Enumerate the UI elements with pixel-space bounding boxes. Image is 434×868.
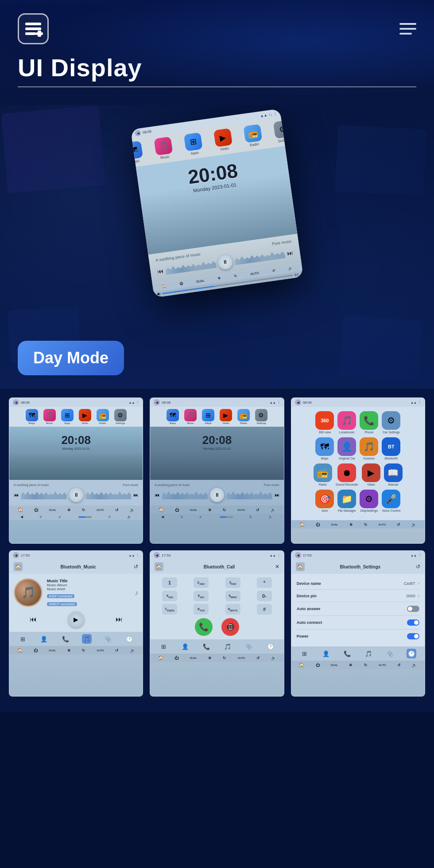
- sc4-next-btn[interactable]: ⏭: [116, 615, 123, 623]
- sc1-nav-music[interactable]: 🎵 Music: [43, 409, 56, 424]
- sc5-auto2[interactable]: AUTO: [238, 657, 245, 659]
- sc3-app-maps[interactable]: 🗺 Maps: [315, 437, 334, 460]
- sc5-sync2[interactable]: ↻: [223, 656, 226, 660]
- sc5-tab-phone[interactable]: 📞: [202, 642, 211, 651]
- hero-play-btn[interactable]: ⏸: [217, 254, 233, 270]
- hero-sync-btn[interactable]: ↻: [234, 274, 237, 278]
- sc3-vol[interactable]: 🔊: [411, 522, 416, 527]
- sc1-auto[interactable]: AUTO: [97, 509, 104, 511]
- sc5-back-btn[interactable]: ◀: [154, 552, 160, 558]
- hero-auto-btn[interactable]: AUTO: [250, 271, 259, 276]
- sc3-app-voicectrl[interactable]: 🎤 Voice Control: [382, 490, 400, 512]
- sc5-key-9[interactable]: 9WXYZ: [225, 604, 240, 615]
- hero-refresh-btn[interactable]: ↺: [272, 269, 275, 273]
- sc6-tab-settings[interactable]: 🕐: [407, 649, 416, 658]
- sc6-tab-phone[interactable]: 📞: [342, 649, 352, 658]
- sc3-app-bluetooth[interactable]: BT Bluetooth: [382, 437, 400, 460]
- sc6-dual2[interactable]: DUAL: [331, 664, 338, 666]
- sc2-next-btn[interactable]: ⏭: [275, 492, 279, 498]
- sc2-vol2[interactable]: 🔊: [268, 515, 273, 519]
- sc3-app-soundrec[interactable]: ⏺ Sound Recorder: [336, 463, 358, 486]
- sc3-dual[interactable]: DUAL: [331, 523, 338, 526]
- sc2-slider[interactable]: [220, 516, 233, 518]
- sc1-vol2[interactable]: 🔊: [127, 515, 132, 519]
- sc2-nav-settings[interactable]: ⚙ Settings: [255, 409, 267, 424]
- sc5-close-icon[interactable]: ✕: [275, 564, 279, 570]
- sc6-tab-music[interactable]: 🎵: [364, 649, 373, 658]
- sc3-app-phone[interactable]: 📞 Phone: [360, 411, 378, 434]
- sc3-app-manual[interactable]: 📖 Manual: [384, 463, 403, 486]
- sc6-toggle-power[interactable]: [407, 633, 419, 639]
- sc6-back-icon[interactable]: ↺: [416, 564, 420, 570]
- sc3-app-dispsettings[interactable]: ⚙ DispSettings: [360, 490, 378, 512]
- sc5-key-1[interactable]: 1: [162, 577, 177, 588]
- sc2-home[interactable]: 🏠: [159, 507, 164, 512]
- sc5-tab-clock[interactable]: 🕐: [266, 642, 275, 651]
- sc1-next-btn[interactable]: ⏭: [133, 492, 138, 498]
- sc5-tab-grid[interactable]: ⊞: [159, 642, 168, 651]
- hero-snow-btn[interactable]: ❄: [217, 276, 221, 280]
- sc1-power[interactable]: ⏻: [34, 508, 38, 512]
- sc4-home-icon[interactable]: 🏠: [14, 562, 23, 571]
- sc1-prev-btn[interactable]: ⏮: [14, 492, 19, 498]
- sc4-tab-person[interactable]: 👤: [39, 634, 49, 644]
- sc5-power2[interactable]: ⏻: [174, 656, 178, 660]
- sc5-hangup-btn[interactable]: 📵: [221, 618, 239, 636]
- sc4-snow2[interactable]: ❄: [67, 648, 71, 653]
- sc2-dual[interactable]: DUAL: [190, 509, 197, 511]
- hero-power-btn[interactable]: ⏻: [179, 281, 183, 286]
- sc4-home2[interactable]: 🏠: [17, 648, 23, 653]
- sc6-home2[interactable]: 🏠: [299, 662, 304, 667]
- sc2-prev-btn[interactable]: ⏮: [155, 492, 159, 498]
- sc4-auto2[interactable]: AUTO: [97, 649, 104, 652]
- sc4-tab-phone[interactable]: 📞: [61, 634, 70, 644]
- hero-nav-vedio[interactable]: ▶ Vedio: [213, 128, 233, 152]
- sc6-snow2[interactable]: ❄: [349, 663, 353, 667]
- sc6-chevron-devicepin[interactable]: ›: [418, 593, 419, 598]
- sc6-power2[interactable]: ⏻: [316, 663, 320, 667]
- sc6-toggle-autoanswer[interactable]: [407, 606, 419, 612]
- sc1-slider[interactable]: [78, 516, 92, 518]
- sc3-app-360view[interactable]: 360 360 view: [315, 411, 334, 434]
- sc6-chevron-devicename[interactable]: ›: [418, 581, 419, 586]
- hero-back-btn[interactable]: ◀: [134, 129, 141, 136]
- hamburger-menu-icon[interactable]: [399, 23, 416, 35]
- sc5-key-2[interactable]: 2ABC: [194, 577, 209, 588]
- sc3-app-carsettings[interactable]: ⚙ Car Settings: [382, 411, 400, 434]
- sc5-key-hash[interactable]: #: [257, 604, 272, 615]
- sc4-refresh2[interactable]: ↺: [115, 648, 119, 653]
- sc2-back2[interactable]: ◀: [161, 515, 164, 519]
- sc2-nav-maps[interactable]: 🗺 Maps: [167, 409, 179, 424]
- sc1-vol[interactable]: 🔊: [130, 508, 135, 512]
- sc3-app-kuwooo[interactable]: 🎵 Kuwooo: [360, 437, 378, 460]
- sc5-key-4[interactable]: 4GHI: [162, 591, 177, 601]
- sc2-nav-music[interactable]: 🎵 Music: [184, 409, 197, 424]
- sc6-home-icon[interactable]: 🏠: [296, 562, 305, 571]
- sc2-back-btn[interactable]: ◀: [154, 399, 160, 405]
- sc1-back-btn[interactable]: ◀: [13, 399, 19, 405]
- sc5-home2[interactable]: 🏠: [158, 655, 163, 660]
- sc5-key-6[interactable]: 6MNO: [225, 591, 240, 601]
- sc4-vol3[interactable]: 🔊: [130, 648, 135, 653]
- sc2-nav-apps[interactable]: ⊞ A&pls: [202, 409, 214, 424]
- sc1-nav-vedio[interactable]: ▶ Vedio: [79, 409, 91, 424]
- sc3-app-localmusic[interactable]: 🎵 Localmusic: [337, 411, 356, 434]
- sc3-home[interactable]: 🏠: [299, 522, 305, 527]
- sc3-sync[interactable]: ↻: [364, 522, 368, 527]
- sc6-auto2[interactable]: AUTO: [379, 664, 386, 666]
- sc4-back-btn[interactable]: ◀: [13, 552, 19, 558]
- sc1-play-btn[interactable]: ⏸: [69, 488, 83, 502]
- sc3-app-filemgr[interactable]: 📁 File Manager: [337, 490, 356, 512]
- sc6-vol3[interactable]: 🔊: [412, 663, 417, 667]
- sc6-back-btn[interactable]: ◀: [295, 552, 301, 558]
- sc3-app-avin[interactable]: 🎯 Avin: [315, 490, 334, 512]
- sc5-key-3[interactable]: 3DEF: [225, 577, 240, 588]
- sc2-auto[interactable]: AUTO: [237, 509, 245, 511]
- hero-nav-radio[interactable]: 📻 Radio: [243, 124, 263, 148]
- sc5-dual2[interactable]: DUAL: [190, 657, 197, 659]
- sc2-nav-radio[interactable]: 📻 Radio: [237, 409, 250, 424]
- sc5-key-star[interactable]: *: [257, 577, 272, 588]
- hero-dual-btn[interactable]: DUAL: [196, 279, 205, 284]
- sc1-nav-maps[interactable]: 🗺 Maps: [26, 409, 38, 424]
- sc3-app-origcar[interactable]: 👤 Original Car: [337, 437, 356, 460]
